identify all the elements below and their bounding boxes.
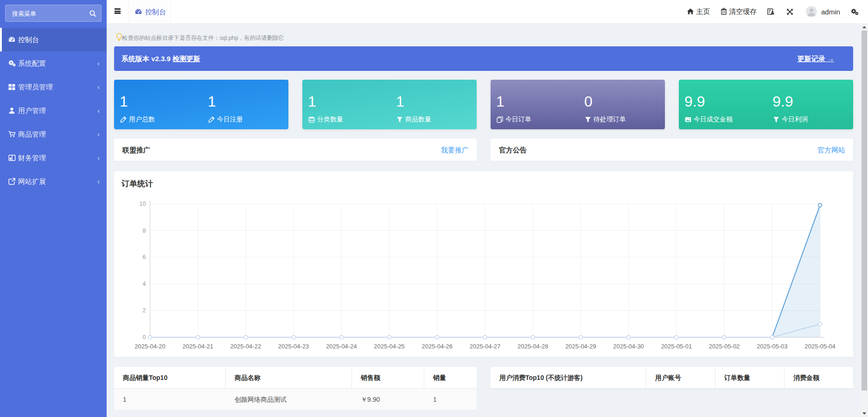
svg-text:2025-04-21: 2025-04-21 xyxy=(182,343,213,350)
svg-text:2025-04-30: 2025-04-30 xyxy=(613,343,644,350)
svg-text:2025-05-04: 2025-05-04 xyxy=(804,343,836,350)
svg-text:2025-04-23: 2025-04-23 xyxy=(278,343,309,350)
svg-text:2025-04-28: 2025-04-28 xyxy=(517,343,549,350)
svg-text:0: 0 xyxy=(143,334,146,341)
svg-text:2025-05-03: 2025-05-03 xyxy=(757,343,788,350)
svg-text:2025-04-26: 2025-04-26 xyxy=(422,343,453,350)
svg-text:4: 4 xyxy=(143,281,146,287)
svg-text:2025-04-29: 2025-04-29 xyxy=(565,343,596,350)
svg-text:2025-05-02: 2025-05-02 xyxy=(709,343,740,350)
svg-text:2025-04-22: 2025-04-22 xyxy=(230,343,262,350)
svg-text:2025-04-25: 2025-04-25 xyxy=(374,343,405,350)
svg-text:8: 8 xyxy=(143,227,146,234)
svg-text:2025-04-27: 2025-04-27 xyxy=(470,343,501,350)
svg-text:10: 10 xyxy=(140,201,146,207)
svg-text:6: 6 xyxy=(143,254,146,260)
svg-text:2: 2 xyxy=(143,307,146,314)
svg-text:2025-05-01: 2025-05-01 xyxy=(661,343,692,350)
svg-text:2025-04-20: 2025-04-20 xyxy=(134,343,166,350)
svg-text:2025-04-24: 2025-04-24 xyxy=(326,343,357,350)
